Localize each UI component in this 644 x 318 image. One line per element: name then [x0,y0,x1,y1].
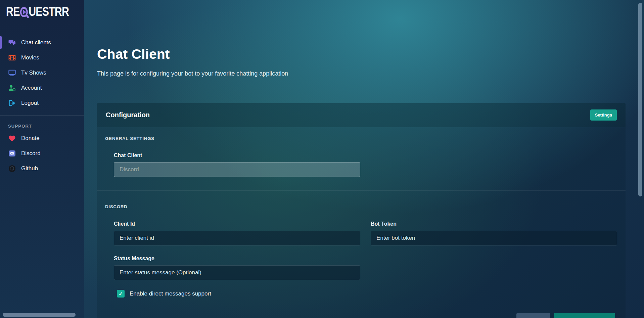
sidebar-item-discord[interactable]: Discord [0,146,84,161]
discord-logo-icon [8,150,16,157]
bot-token-field-group: Bot Token [371,221,617,245]
configuration-panel: Configuration Settings GENERAL SETTINGS … [97,103,626,318]
sidebar-item-label: Chat clients [21,39,51,46]
chat-client-label: Chat Client [114,152,360,158]
general-settings-header: GENERAL SETTINGS [105,136,617,141]
checkmark-icon: ✓ [119,291,123,296]
status-message-input[interactable] [114,265,360,280]
sidebar-divider [0,115,84,116]
sidebar-item-label: Donate [21,135,40,142]
film-icon [8,55,16,61]
sidebar-item-label: Github [21,165,38,172]
chat-client-field-group: Chat Client [114,152,360,177]
sidebar-item-chat-clients[interactable]: Chat clients [0,35,84,50]
logo-text-uestrr: UESTRR [29,5,69,19]
sidebar-item-account[interactable]: Account [0,80,84,95]
bot-token-input[interactable] [371,231,617,245]
sidebar-item-label: Movies [21,54,39,61]
logo-play-search-icon [20,7,28,17]
sidebar-item-label: Discord [21,150,41,157]
sidebar-item-donate[interactable]: Donate [0,131,84,146]
tv-monitor-icon [8,70,16,76]
horizontal-scrollbar-thumb[interactable] [3,313,76,317]
vertical-scrollbar-thumb[interactable] [638,3,642,196]
page-subtitle: This page is for configuring your bot to… [97,69,626,78]
dm-support-row: ✓ Enable direct messages support [114,290,360,298]
chat-client-select[interactable] [114,162,360,177]
sidebar-item-logout[interactable]: Logout [0,95,84,110]
secondary-action-button[interactable] [516,313,550,318]
logo[interactable]: REUESTRR [0,0,69,19]
page-title: Chat Client [97,46,626,62]
sidebar-item-label: Logout [21,100,39,106]
chat-bubbles-icon [8,39,16,46]
sidebar-item-tv-shows[interactable]: Tv Shows [0,65,84,80]
sidebar-nav: Chat clients Movies Tv Shows Account Log… [0,35,84,110]
logout-arrow-icon [8,100,16,106]
sidebar-item-label: Tv Shows [21,70,46,76]
support-section-header: SUPPORT [8,124,84,129]
status-message-label: Status Message [114,256,360,262]
status-message-field-group: Status Message [114,256,360,280]
github-logo-icon [8,165,16,172]
bot-token-label: Bot Token [371,221,617,227]
settings-button[interactable]: Settings [590,109,617,121]
client-id-input[interactable] [114,231,360,245]
client-id-label: Client Id [114,221,360,227]
main-content: Chat Client This page is for configuring… [84,0,644,318]
panel-header: Configuration Settings [97,103,626,127]
panel-body: GENERAL SETTINGS Chat Client DISCORD Cli… [97,127,626,318]
sidebar-item-github[interactable]: Github [0,161,84,176]
dm-support-checkbox[interactable]: ✓ [117,290,125,298]
dm-support-label: Enable direct messages support [130,290,211,297]
client-id-field-group: Client Id [114,221,360,245]
panel-title: Configuration [106,111,150,119]
sidebar-item-label: Account [21,85,42,91]
discord-section: DISCORD Client Id Bot Token Status Messa… [97,191,626,298]
user-shield-icon [8,85,16,91]
general-settings-section: GENERAL SETTINGS Chat Client [97,127,626,177]
discord-header: DISCORD [105,204,617,209]
sidebar: REUESTRR Chat clients Movies Tv Shows Ac… [0,0,84,318]
primary-action-button[interactable] [554,313,615,318]
logo-text-re: RE [6,5,20,19]
heart-icon [8,135,16,142]
sidebar-item-movies[interactable]: Movies [0,50,84,65]
